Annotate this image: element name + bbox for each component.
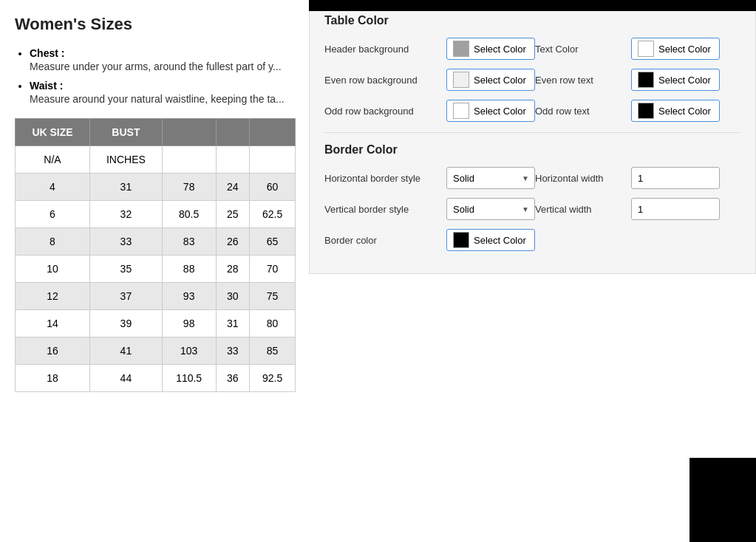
table-cell: 39 (90, 310, 163, 337)
table-cell: 44 (90, 365, 163, 392)
table-cell: 10 (16, 255, 90, 283)
odd-bg-btn-text: Select Color (474, 106, 526, 117)
table-cell: 88 (162, 255, 216, 283)
border-color-btn-text: Select Color (474, 235, 526, 246)
table-cell: 30 (216, 283, 250, 310)
right-panel: Table Color Header background Select Col… (309, 0, 756, 274)
table-cell: 12 (16, 283, 90, 310)
v-width-label: Vertical width (535, 204, 631, 215)
even-bg-btn-text: Select Color (474, 75, 526, 86)
border-color-section: Border Color Horizontal border style Sol… (324, 143, 740, 251)
text-color-btn[interactable]: Select Color (631, 38, 720, 60)
border-color-label: Border color (324, 235, 446, 246)
odd-text-label: Odd row text (535, 106, 631, 117)
table-cell: 110.5 (162, 365, 216, 392)
table-cell: 18 (16, 365, 90, 392)
table-cell: 62.5 (250, 201, 296, 228)
v-border-style-select[interactable]: Solid Dashed Dotted None (446, 198, 535, 220)
h-border-style-select[interactable]: Solid Dashed Dotted None (446, 167, 535, 189)
header-bg-row: Header background Select Color Text Colo… (324, 38, 740, 60)
table-cell: 8 (16, 228, 90, 255)
measurement-item-chest: Chest : Measure under your arms, around … (30, 47, 296, 72)
horizontal-border-row: Horizontal border style Solid Dashed Dot… (324, 167, 740, 189)
header-bg-btn[interactable]: Select Color (446, 38, 535, 60)
h-border-style-dropdown-wrapper: Solid Dashed Dotted None (446, 167, 535, 189)
table-cell: 92.5 (250, 365, 296, 392)
black-bar-right (689, 458, 756, 542)
table-cell: 98 (162, 310, 216, 337)
even-text-btn[interactable]: Select Color (631, 69, 720, 91)
border-color-btn[interactable]: Select Color (446, 229, 535, 251)
header-bust: BUST (90, 119, 163, 146)
table-cell: 78 (162, 174, 216, 201)
v-border-style-dropdown-wrapper: Solid Dashed Dotted None (446, 198, 535, 220)
table-row: 431782460 (16, 174, 296, 201)
odd-row-bg-row: Odd row background Select Color Odd row … (324, 100, 740, 122)
header-col4 (216, 119, 250, 146)
v-width-input[interactable] (631, 198, 720, 220)
black-bar-top (309, 0, 756, 11)
text-color-right: Text Color Select Color (535, 38, 740, 60)
measurement-item-waist: Waist : Measure around your natural wais… (30, 80, 296, 105)
table-row: 16411033385 (16, 337, 296, 365)
table-cell: 36 (216, 365, 250, 392)
odd-text-btn[interactable]: Select Color (631, 100, 720, 122)
even-row-bg-row: Even row background Select Color Even ro… (324, 69, 740, 91)
table-color-title: Table Color (324, 14, 740, 27)
table-cell: 32 (90, 201, 163, 228)
table-header-row: UK SIZE BUST (16, 119, 296, 146)
subheader-col5 (250, 146, 296, 174)
even-bg-left: Even row background Select Color (324, 69, 535, 91)
section-divider (324, 132, 740, 133)
odd-text-swatch (638, 103, 654, 119)
table-cell: 14 (16, 310, 90, 337)
table-cell: 26 (216, 228, 250, 255)
header-bg-btn-text: Select Color (474, 44, 526, 55)
table-cell: 65 (250, 228, 296, 255)
header-bg-left: Header background Select Color (324, 38, 535, 60)
border-color-title: Border Color (324, 143, 740, 157)
h-border-style-label: Horizontal border style (324, 173, 446, 184)
header-col5 (250, 119, 296, 146)
table-row: 1439983180 (16, 310, 296, 337)
table-row: 1237933075 (16, 283, 296, 310)
even-text-right: Even row text Select Color (535, 69, 740, 91)
table-cell: 24 (216, 174, 250, 201)
h-width-right: Horizontal width (535, 167, 740, 189)
even-bg-swatch (453, 72, 469, 88)
size-table: UK SIZE BUST N/A INCHES 43178246063280.5… (15, 118, 296, 392)
table-cell: 75 (250, 283, 296, 310)
even-text-btn-text: Select Color (658, 75, 711, 86)
even-bg-label: Even row background (324, 75, 446, 86)
subheader-na: N/A (16, 146, 90, 174)
subheader-col4 (216, 146, 250, 174)
waist-description: Measure around your natural waistline, k… (30, 93, 296, 105)
odd-bg-btn[interactable]: Select Color (446, 100, 535, 122)
page-title: Women's Sizes (15, 15, 296, 34)
h-border-style-left: Horizontal border style Solid Dashed Dot… (324, 167, 535, 189)
table-cell: 35 (90, 255, 163, 283)
v-border-style-label: Vertical border style (324, 204, 446, 215)
table-row: 1035882870 (16, 255, 296, 283)
subheader-col3 (162, 146, 216, 174)
v-width-right: Vertical width (535, 198, 740, 220)
h-width-label: Horizontal width (535, 173, 631, 184)
header-uk-size: UK SIZE (16, 119, 90, 146)
table-cell: 93 (162, 283, 216, 310)
measurements-list: Chest : Measure under your arms, around … (15, 47, 296, 105)
odd-bg-left: Odd row background Select Color (324, 100, 535, 122)
header-col3 (162, 119, 216, 146)
table-cell: 25 (216, 201, 250, 228)
table-cell: 37 (90, 283, 163, 310)
v-border-style-left: Vertical border style Solid Dashed Dotte… (324, 198, 535, 220)
h-width-input[interactable] (631, 167, 720, 189)
even-bg-btn[interactable]: Select Color (446, 69, 535, 91)
table-cell: 60 (250, 174, 296, 201)
table-cell: 41 (90, 337, 163, 365)
subheader-inches: INCHES (90, 146, 163, 174)
text-color-btn-text: Select Color (658, 44, 711, 55)
table-cell: 80 (250, 310, 296, 337)
odd-bg-label: Odd row background (324, 106, 446, 117)
table-cell: 70 (250, 255, 296, 283)
table-cell: 31 (216, 310, 250, 337)
